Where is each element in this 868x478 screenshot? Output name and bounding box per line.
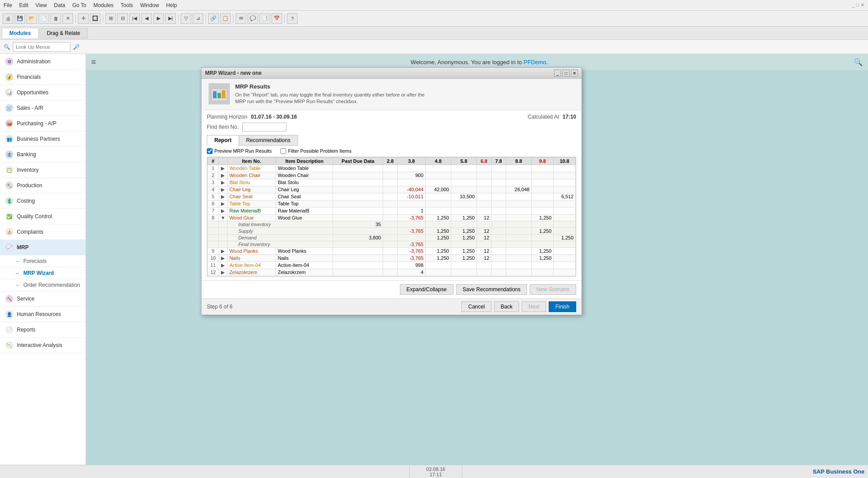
table-cell-item[interactable]: Wooden Chair — [227, 172, 275, 179]
table-cell-expand[interactable]: ▶ — [219, 207, 228, 214]
sidebar-item-financials[interactable]: 💰 Financials — [0, 69, 85, 85]
menu-edit[interactable]: Edit — [19, 2, 28, 8]
sidebar-item-quality[interactable]: ✅ Quality Control — [0, 209, 85, 224]
sidebar-sub-order-recommendation[interactable]: – Order Recommendation — [0, 279, 85, 291]
toolbar-copy[interactable]: 📋 — [220, 13, 231, 24]
table-cell-expand[interactable]: ▶ — [219, 172, 228, 179]
sidebar-item-sales[interactable]: 🛒 Sales - A/R — [0, 100, 85, 116]
table-cell-expand[interactable]: ▶ — [219, 193, 228, 200]
toolbar-grid[interactable]: ⊞ — [105, 13, 116, 24]
table-cell-item[interactable]: Zelazokrzem — [227, 269, 275, 276]
toolbar-chat[interactable]: 💬 — [248, 13, 258, 24]
toolbar-move[interactable]: ✛ — [78, 13, 89, 24]
menu-view[interactable]: View — [35, 2, 47, 8]
preview-checkbox-label[interactable]: Preview MRP Run Results — [207, 148, 271, 154]
sidebar-item-interactive-analysis[interactable]: 📉 Interactive Analysis — [0, 338, 85, 353]
menu-modules[interactable]: Modules — [93, 2, 113, 8]
sidebar-item-administration[interactable]: ⚙ Administration — [0, 54, 85, 69]
table-cell-item[interactable]: Chair Leg — [227, 186, 275, 193]
save-recommendations-btn[interactable]: Save Recommendations — [456, 284, 527, 295]
hamburger-button[interactable]: ≡ — [91, 58, 96, 67]
table-cell-expand[interactable]: ▶ — [219, 269, 228, 276]
table-cell-expand[interactable]: ▶ — [219, 247, 228, 254]
menu-goto[interactable]: Go To — [72, 2, 86, 8]
sidebar-item-purchasing[interactable]: 📦 Purchasing - A/P — [0, 116, 85, 131]
sidebar-item-costing[interactable]: 💲 Costing — [0, 193, 85, 209]
tab-drag-relate[interactable]: Drag & Relate — [39, 28, 88, 39]
toolbar-help[interactable]: ? — [287, 13, 298, 24]
sidebar-item-reports[interactable]: 📄 Reports — [0, 322, 85, 338]
menu-file[interactable]: File — [4, 2, 12, 8]
dialog-minimize[interactable]: _ — [554, 69, 561, 77]
table-cell-item[interactable]: Chair Seat — [227, 193, 275, 200]
search-submit-icon[interactable]: 🔎 — [73, 44, 80, 50]
table-cell-item[interactable]: Wood Planks — [227, 247, 275, 254]
dialog-maximize[interactable]: □ — [562, 69, 570, 77]
toolbar-calendar[interactable]: 📅 — [271, 13, 282, 24]
toolbar-close[interactable]: ✕ — [62, 13, 73, 24]
cancel-btn[interactable]: Cancel — [461, 301, 491, 312]
sidebar-item-opportunities[interactable]: 📊 Opportunities — [0, 85, 85, 100]
toolbar-last[interactable]: ▶| — [165, 13, 176, 24]
table-cell-item[interactable]: Raw MaterialB — [227, 207, 275, 214]
table-cell-item[interactable]: Active-Item-04 — [227, 262, 275, 269]
toolbar-delete[interactable]: 🗑 — [50, 13, 61, 24]
tab-modules[interactable]: Modules — [2, 28, 39, 38]
table-cell-expand[interactable]: ▶ — [219, 200, 228, 207]
preview-checkbox[interactable] — [207, 148, 213, 154]
toolbar-filter[interactable]: ▽ — [181, 13, 191, 24]
sidebar-sub-forecasts[interactable]: – Forecasts — [0, 255, 85, 267]
sidebar-item-production[interactable]: 🔧 Production — [0, 178, 85, 193]
toolbar-new[interactable]: 📄 — [39, 13, 49, 24]
table-cell-item[interactable]: Blat Stolu — [227, 179, 275, 186]
search-input[interactable] — [13, 42, 70, 52]
next-btn[interactable]: Next — [522, 301, 546, 312]
toolbar-link[interactable]: 🔗 — [208, 13, 219, 24]
sidebar-item-business-partners[interactable]: 👥 Business Partners — [0, 131, 85, 147]
table-cell-expand[interactable]: ▶ — [219, 165, 228, 172]
expand-collapse-btn[interactable]: Expand/Collapse — [400, 284, 453, 295]
toolbar-zoom[interactable]: 🔲 — [90, 13, 101, 24]
back-btn[interactable]: Back — [494, 301, 519, 312]
toolbar-print[interactable]: 🖨 — [3, 13, 13, 24]
table-cell-expand[interactable]: ▶ — [219, 254, 228, 262]
tab-report[interactable]: Report — [207, 135, 239, 146]
toolbar-open[interactable]: 📂 — [27, 13, 37, 24]
toolbar-save[interactable]: 💾 — [15, 13, 25, 24]
demo-link[interactable]: PFDemo — [523, 59, 546, 66]
table-cell-item[interactable]: Wood Glue — [227, 214, 275, 221]
sidebar-sub-mrp-wizard[interactable]: – MRP Wizard — [0, 267, 85, 279]
menu-help[interactable]: Help — [166, 2, 177, 8]
toolbar-grid2[interactable]: ⊟ — [117, 13, 128, 24]
toolbar-first[interactable]: |◀ — [129, 13, 140, 24]
table-cell-expand[interactable]: ▶ — [219, 179, 228, 186]
table-cell-expand[interactable]: ▼ — [219, 214, 228, 221]
sidebar-item-banking[interactable]: 🏦 Banking — [0, 147, 85, 162]
find-item-input[interactable] — [242, 123, 287, 131]
filter-checkbox-label[interactable]: Filter Possible Problem Items — [280, 148, 351, 154]
table-cell-item[interactable]: Nails — [227, 254, 275, 262]
sidebar-item-complaints[interactable]: ⚠ Complaints — [0, 224, 85, 240]
tab-recommendations[interactable]: Recommendations — [239, 135, 298, 146]
toolbar-doc[interactable]: 📑 — [260, 13, 270, 24]
menu-data[interactable]: Data — [54, 2, 65, 8]
menu-tools[interactable]: Tools — [120, 2, 133, 8]
toolbar-next[interactable]: ▶ — [153, 13, 164, 24]
toolbar-prev[interactable]: ◀ — [141, 13, 152, 24]
new-scenario-btn[interactable]: New Scenario — [530, 284, 576, 295]
toolbar-email[interactable]: ✉ — [236, 13, 246, 24]
table-cell-expand[interactable]: ▶ — [219, 262, 228, 269]
filter-checkbox[interactable] — [280, 148, 286, 154]
topbar-search-icon[interactable]: 🔍 — [854, 58, 863, 66]
dialog-close[interactable]: ✕ — [571, 69, 578, 77]
table-cell-item[interactable]: Table Top — [227, 200, 275, 207]
toolbar-filter2[interactable]: ⊿ — [193, 13, 203, 24]
menu-window[interactable]: Window — [140, 2, 159, 8]
table-cell-item[interactable]: Wooden Table — [227, 165, 275, 172]
sidebar-item-mrp[interactable]: 📈 MRP — [0, 240, 85, 255]
finish-btn[interactable]: Finish — [549, 301, 576, 312]
sidebar-item-inventory[interactable]: 📋 Inventory — [0, 162, 85, 178]
sidebar-item-service[interactable]: 🔨 Service — [0, 291, 85, 307]
sidebar-item-hr[interactable]: 👤 Human Resources — [0, 307, 85, 322]
table-cell-expand[interactable]: ▶ — [219, 186, 228, 193]
